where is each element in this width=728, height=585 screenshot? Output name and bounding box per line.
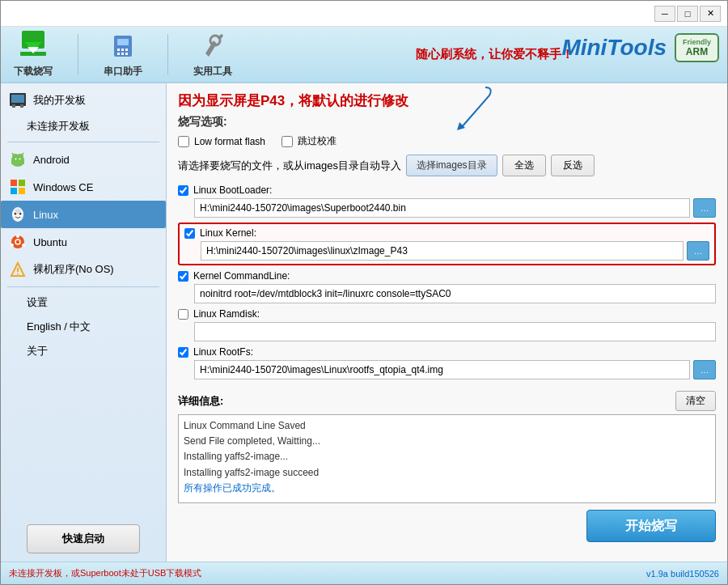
sidebar-label-language: English / 中文 (27, 320, 91, 334)
cmdline-checkbox[interactable] (178, 271, 188, 282)
ubuntu-icon (9, 233, 27, 251)
version-text[interactable]: v1.9a build150526 (646, 569, 719, 579)
sidebar-divider-1 (7, 142, 159, 142)
sidebar-label-ubuntu: Ubuntu (33, 236, 67, 248)
toolbar-item-serial[interactable]: 串口助手 (99, 31, 147, 78)
log-line-5: 所有操作已成功完成。 (184, 481, 710, 496)
cmdline-path-row (178, 284, 716, 303)
toolbar-item-download-burn[interactable]: 下载烧写 (9, 31, 57, 78)
kernel-checkbox[interactable] (184, 228, 195, 239)
svg-rect-14 (11, 95, 24, 103)
file-select-label: 请选择要烧写的文件，或从images目录自动导入 (178, 159, 401, 173)
cmdline-path-input[interactable] (194, 284, 716, 303)
toolbar-label-serial: 串口助手 (104, 65, 142, 78)
sidebar-item-bareos[interactable]: 裸机程序(No OS) (1, 256, 166, 283)
start-burn-row: 开始烧写 (178, 503, 716, 545)
ramdisk-checkbox[interactable] (178, 309, 188, 320)
sidebar-item-language[interactable]: English / 中文 (1, 315, 166, 339)
sidebar-item-settings[interactable]: 设置 (1, 290, 166, 315)
svg-rect-11 (125, 53, 128, 55)
titlebar-buttons: ─ □ ✕ (654, 6, 721, 22)
kernel-browse-button[interactable]: … (687, 241, 709, 261)
file-group-bootloader: Linux BootLoader: … (178, 184, 716, 218)
ramdisk-path-row (178, 322, 716, 341)
annotation-arrow (437, 83, 502, 132)
low-format-label: Low format flash (194, 136, 265, 147)
detail-title: 详细信息: (178, 394, 223, 409)
invert-button[interactable]: 反选 (551, 155, 595, 176)
sidebar-item-myboard[interactable]: 我的开发板 (1, 87, 166, 114)
start-burn-button[interactable]: 开始烧写 (586, 510, 716, 542)
ramdisk-header: Linux Ramdisk: (178, 308, 716, 320)
sidebar-item-unconnected[interactable]: 未连接开发板 (1, 114, 166, 138)
cmdline-label: Kernel CommandLine: (193, 270, 290, 282)
low-format-input[interactable] (178, 136, 189, 147)
sidebar-label-bareos: 裸机程序(No OS) (33, 262, 114, 277)
log-line-3: Installing yaffs2-image... (184, 449, 710, 464)
bootloader-browse-button[interactable]: … (693, 198, 716, 218)
bootloader-path-input[interactable] (194, 198, 690, 218)
skip-calibration-label: 跳过校准 (298, 134, 336, 148)
maximize-button[interactable]: □ (677, 6, 698, 22)
svg-rect-10 (121, 53, 124, 55)
options-row: Low format flash 跳过校准 (178, 134, 716, 148)
detail-section: 详细信息: 清空 Linux Command Line Saved Send F… (178, 391, 716, 503)
minimize-button[interactable]: ─ (654, 6, 675, 22)
tools-icon (197, 31, 229, 61)
detail-header: 详细信息: 清空 (178, 391, 716, 411)
select-all-button[interactable]: 全选 (502, 155, 546, 176)
ramdisk-path-input[interactable] (194, 322, 716, 341)
log-line-4: Installing yaffs2-image succeed (184, 465, 710, 481)
clear-button[interactable]: 清空 (675, 391, 716, 411)
skip-calibration-input[interactable] (281, 136, 293, 147)
sidebar-item-windowsce[interactable]: Windows CE (1, 173, 166, 201)
sidebar-item-about[interactable]: 关于 (1, 339, 166, 363)
bootloader-checkbox[interactable] (178, 185, 188, 196)
log-line-2: Send File completed, Waitting... (184, 434, 710, 449)
sidebar-label-windowsce: Windows CE (33, 181, 93, 193)
skip-calibration-checkbox[interactable]: 跳过校准 (281, 134, 336, 148)
rootfs-path-input[interactable] (194, 360, 690, 379)
android-icon (9, 150, 27, 168)
sidebar-label-unconnected: 未连接开发板 (27, 119, 90, 134)
file-group-kernel: Linux Kernel: … (178, 223, 716, 265)
detail-log[interactable]: Linux Command Line Saved Send File compl… (178, 414, 716, 503)
rootfs-path-row: … (178, 360, 716, 379)
select-images-button[interactable]: 选择images目录 (406, 155, 497, 176)
log-line-1: Linux Command Line Saved (184, 418, 710, 434)
svg-rect-26 (11, 180, 17, 186)
sidebar-item-android[interactable]: Android (1, 146, 166, 173)
rootfs-label: Linux RootFs: (193, 346, 253, 358)
toolbar: 下载烧写 串口助手 (1, 27, 727, 83)
bare-icon (9, 261, 27, 278)
sidebar-footer: 快速启动 (1, 516, 166, 562)
sidebar: 我的开发板 未连接开发板 Android Windows CE (1, 83, 167, 562)
statusbar: 未连接开发板，或Superboot未处于USB下载模式 v1.9a build1… (1, 562, 727, 584)
svg-rect-5 (117, 39, 129, 45)
svg-rect-9 (117, 53, 120, 55)
ramdisk-label: Linux Ramdisk: (193, 308, 260, 320)
sidebar-item-linux[interactable]: Linux (1, 201, 166, 228)
svg-line-24 (12, 153, 14, 155)
svg-rect-15 (12, 104, 15, 108)
rootfs-checkbox[interactable] (178, 347, 188, 358)
quick-start-button[interactable]: 快速启动 (27, 524, 140, 553)
sidebar-label-settings: 设置 (27, 295, 48, 310)
kernel-path-input[interactable] (201, 241, 684, 261)
file-group-rootfs: Linux RootFs: … (178, 346, 716, 379)
close-button[interactable]: ✕ (700, 6, 721, 22)
main-layout: 我的开发板 未连接开发板 Android Windows CE (1, 83, 727, 562)
toolbar-item-tools[interactable]: 实用工具 (188, 31, 237, 78)
low-format-checkbox[interactable]: Low format flash (178, 136, 265, 147)
toolbar-label-tools: 实用工具 (193, 65, 232, 78)
serial-icon (107, 31, 139, 61)
svg-rect-16 (20, 104, 23, 108)
kernel-label: Linux Kernel: (200, 227, 256, 239)
bootloader-header: Linux BootLoader: (178, 184, 716, 196)
toolbar-label-download: 下载烧写 (14, 65, 53, 78)
file-group-ramdisk: Linux Ramdisk: (178, 308, 716, 341)
rootfs-browse-button[interactable]: … (693, 360, 716, 379)
svg-rect-27 (19, 180, 25, 186)
linux-icon (9, 206, 27, 223)
sidebar-item-ubuntu[interactable]: Ubuntu (1, 228, 166, 256)
